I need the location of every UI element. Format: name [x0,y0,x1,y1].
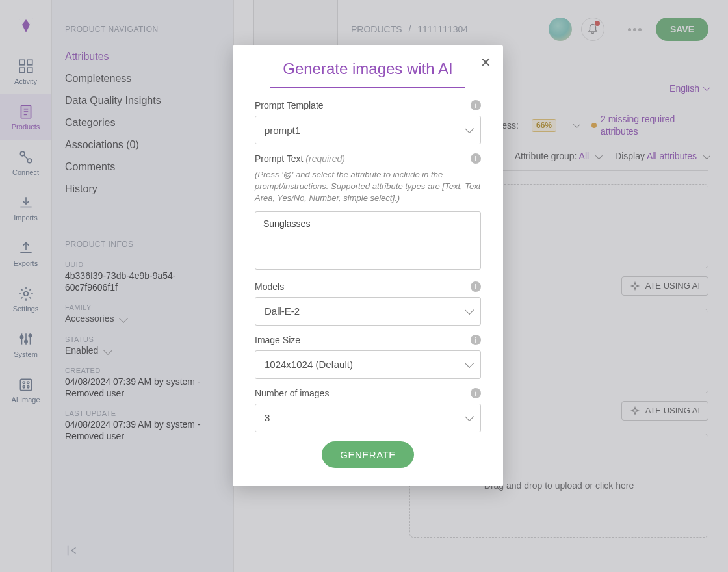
size-select[interactable]: 1024x1024 (Default) [255,350,481,379]
prompt-label: Prompt Text (required) [255,153,345,164]
info-icon[interactable]: i [471,388,481,398]
num-label: Number of images [255,388,329,398]
info-icon[interactable]: i [471,335,481,345]
models-value: Dall-E-2 [265,306,300,317]
num-value: 3 [265,412,270,423]
chevron-down-icon [465,358,474,367]
info-icon[interactable]: i [471,100,481,110]
template-value: prompt1 [265,125,300,136]
chevron-down-icon [465,124,474,133]
models-label: Models [255,281,284,292]
field-prompt-template: Prompt Template i prompt1 [255,100,481,144]
prompt-hint: (Press '@' and select the attribute to i… [255,169,481,205]
models-select[interactable]: Dall-E-2 [255,297,481,326]
field-image-size: Image Size i 1024x1024 (Default) [255,335,481,379]
field-prompt-text: Prompt Text (required) i (Press '@' and … [255,153,481,272]
field-num-images: Number of images i 3 [255,388,481,432]
template-label: Prompt Template [255,100,324,110]
chevron-down-icon [465,305,474,314]
modal-close-button[interactable]: ✕ [480,55,491,70]
generate-button[interactable]: GENERATE [322,441,413,468]
generate-ai-modal: ✕ Generate images with AI Prompt Templat… [233,46,503,486]
info-icon[interactable]: i [471,281,481,292]
info-icon[interactable]: i [471,153,481,164]
num-select[interactable]: 3 [255,404,481,432]
size-value: 1024x1024 (Default) [265,359,353,370]
chevron-down-icon [465,411,474,421]
template-select[interactable]: prompt1 [255,116,481,144]
size-label: Image Size [255,335,300,345]
modal-title: Generate images with AI [270,60,465,88]
field-models: Models i Dall-E-2 [255,281,481,326]
prompt-textarea[interactable] [255,211,481,270]
